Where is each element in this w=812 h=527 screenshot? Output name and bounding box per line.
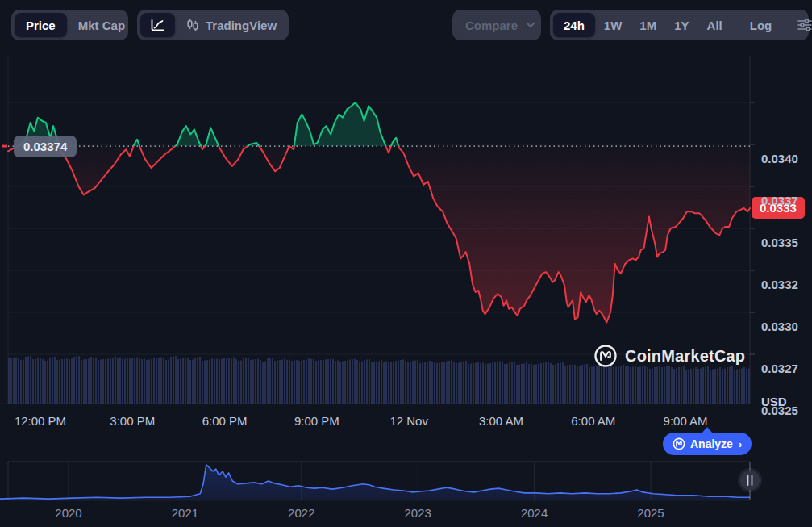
watermark-text: CoinMarketCap: [625, 347, 745, 366]
minimap-year-label: 2021: [172, 506, 198, 520]
compare-dropdown[interactable]: Compare: [452, 10, 541, 40]
range-1y-button[interactable]: 1Y: [665, 13, 697, 37]
history-minimap[interactable]: [0, 460, 766, 503]
x-axis-label: 12:00 PM: [15, 414, 66, 428]
minimap-year-label: 2020: [55, 506, 81, 520]
minimap-scrubber-handle[interactable]: [738, 468, 762, 492]
analyze-logo-icon: [673, 437, 685, 450]
chevron-down-icon: [526, 22, 535, 28]
mktcap-tab[interactable]: Mkt Cap: [67, 13, 136, 37]
time-range-toggle: 24h 1W 1M 1Y All Log: [550, 10, 809, 40]
line-chart-mode-button[interactable]: [140, 13, 175, 37]
minimap-year-label: 2022: [288, 506, 314, 520]
analyze-label: Analyze: [690, 437, 733, 450]
x-axis-label: 6:00 PM: [202, 414, 248, 428]
range-1m-button[interactable]: 1M: [631, 13, 665, 37]
range-24h-button[interactable]: 24h: [553, 13, 595, 37]
chart-settings-button[interactable]: [790, 13, 812, 37]
x-axis-label: 3:00 AM: [479, 414, 523, 428]
y-axis-label: 0.0335: [761, 236, 810, 250]
y-axis-label: 0.0340: [761, 152, 810, 166]
log-scale-button[interactable]: Log: [741, 13, 781, 37]
x-axis-label: 3:00 PM: [110, 414, 155, 428]
x-axis-label: 9:00 PM: [294, 414, 339, 428]
range-all-button[interactable]: All: [698, 13, 731, 37]
compare-label: Compare: [465, 19, 518, 32]
tradingview-mode-button[interactable]: TradingView: [175, 18, 288, 32]
coinmarketcap-watermark: CoinMarketCap: [593, 344, 745, 368]
minimap-year-label: 2024: [521, 506, 548, 520]
coinmarketcap-logo-icon: [593, 344, 618, 368]
minimap-year-label: 2023: [405, 506, 431, 520]
x-axis-label: 9:00 AM: [664, 414, 708, 428]
price-mktcap-toggle: Price Mkt Cap: [11, 10, 128, 40]
y-axis-label: 0.0337: [761, 194, 810, 208]
y-axis-label: 0.0332: [761, 278, 810, 292]
price-tab[interactable]: Price: [15, 13, 67, 37]
chevron-right-icon: ›: [739, 438, 742, 450]
analyze-button[interactable]: Analyze ›: [663, 433, 752, 455]
x-axis-label: 6:00 AM: [571, 414, 615, 428]
y-axis-label: 0.0330: [761, 320, 810, 334]
chart-style-toggle: TradingView: [137, 10, 289, 40]
range-1w-button[interactable]: 1W: [595, 13, 631, 37]
coinmarketcap-chart-page: { "toolbar": { "price_label": "Price", "…: [0, 0, 812, 527]
candlestick-icon: [186, 18, 199, 32]
y-axis-unit-label: USD: [761, 395, 787, 408]
y-axis-label: 0.0327: [761, 362, 810, 376]
tradingview-label: TradingView: [206, 19, 277, 32]
minimap-year-label: 2025: [637, 506, 664, 520]
x-axis-label: 12 Nov: [389, 414, 428, 428]
sliders-icon: [797, 18, 812, 32]
previous-close-label: 0.03374: [14, 136, 77, 157]
line-chart-icon: [150, 19, 165, 32]
